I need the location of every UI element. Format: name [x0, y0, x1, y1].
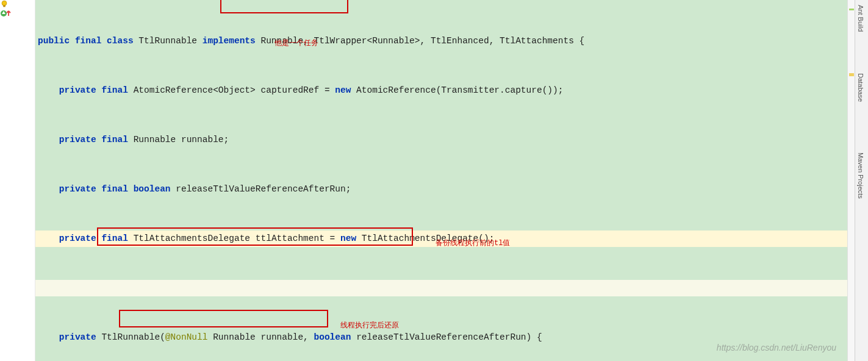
sidebar-tab-database[interactable]: Database [857, 73, 864, 102]
code-line: private TtlRunnable(@NonNull Runnable ru… [35, 329, 847, 346]
code-line: private final AtomicReference<Object> ca… [35, 82, 847, 99]
annotation-text: 他是一个任务 [274, 35, 318, 52]
code-line: private final boolean releaseTtlValueRef… [35, 181, 847, 198]
stripe-mark [849, 9, 854, 10]
right-tool-sidebar: Ant Build Database Maven Projects [855, 0, 868, 361]
code-area[interactable]: public final class TtlRunnable implement… [35, 0, 847, 361]
error-stripe[interactable] [847, 0, 855, 361]
annotation-text: 线程执行完后还原 [340, 318, 399, 334]
highlight-box [220, 0, 348, 13]
sidebar-tab-maven[interactable]: Maven Projects [857, 152, 864, 199]
code-line: private final Runnable runnable; [35, 132, 847, 148]
gutter [0, 0, 35, 361]
sidebar-tab-ant[interactable]: Ant Build [857, 5, 864, 32]
highlight-box [119, 310, 328, 327]
override-up-icon[interactable] [0, 9, 13, 18]
intention-bulb-icon[interactable] [0, 0, 9, 9]
svg-rect-1 [3, 5, 5, 7]
code-line [35, 280, 847, 296]
stripe-mark [849, 73, 854, 76]
code-line: public final class TtlRunnable implement… [35, 33, 847, 49]
editor-wrap: public final class TtlRunnable implement… [0, 0, 868, 361]
annotation-text: 备份线程执行前的tl值 [436, 235, 510, 252]
svg-point-0 [2, 1, 7, 5]
